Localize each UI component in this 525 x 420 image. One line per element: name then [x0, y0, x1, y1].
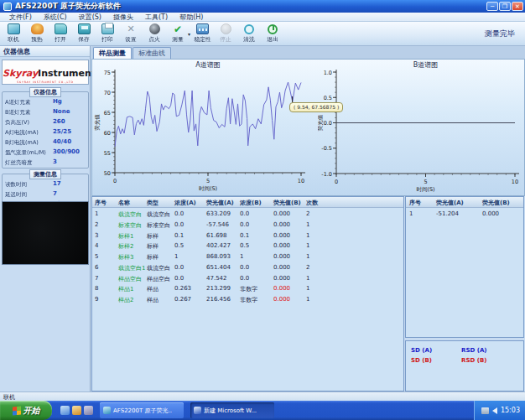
- tab-0[interactable]: 样品测量: [93, 47, 132, 59]
- column-header[interactable]: 序号: [409, 199, 421, 207]
- close-button[interactable]: ✕: [512, 2, 523, 11]
- table-cell: 0.000: [273, 264, 290, 271]
- toolbar-button-label: 保存: [78, 35, 89, 44]
- table-row[interactable]: 1载流空白载流空白0.0633.2090.00.0002: [92, 210, 403, 220]
- menu-item-5[interactable]: 帮助(H): [174, 13, 209, 22]
- toolbar-button-设置[interactable]: ✕设置: [119, 22, 143, 45]
- quick-launch-icon-2[interactable]: [72, 406, 81, 415]
- instrument-info-group: 仪器信息 A道灯元素HgB道灯元素None负高压(V)260A灯电流(mA)25…: [2, 91, 89, 169]
- table-cell: 402.427: [206, 242, 231, 249]
- task-button-label: 新建 Microsoft W...: [204, 407, 257, 415]
- column-header[interactable]: 类型: [147, 199, 159, 207]
- svg-text:60: 60: [104, 130, 111, 137]
- toolbar-button-预热[interactable]: 预热: [25, 22, 49, 45]
- table-cell: 0.000: [273, 242, 290, 249]
- menu-item-0[interactable]: 文件(F): [3, 13, 38, 22]
- svg-text:荧光值: 荧光值: [94, 114, 101, 131]
- task-button-1[interactable]: 新建 Microsoft W...: [190, 402, 274, 418]
- toolbar-button-label: 联机: [8, 35, 18, 44]
- start-button-label: 开始: [23, 405, 40, 417]
- statistics-box: SD (A) RSD (A) SD (B) RSD (B): [405, 340, 524, 391]
- quick-launch-icon-3[interactable]: [84, 406, 93, 415]
- info-value: 260: [53, 118, 65, 125]
- svg-text:-0.5: -0.5: [321, 145, 332, 152]
- toolbar-button-退出[interactable]: 退出: [261, 22, 284, 45]
- toolbar-button-打印[interactable]: 打印: [96, 22, 119, 45]
- toolbar-button-label: 预热: [31, 35, 42, 44]
- table-row[interactable]: 8样品1样品0.263213.299非数字0.0001: [92, 284, 403, 294]
- info-row: A道灯元素Hg: [3, 96, 88, 106]
- menu-item-2[interactable]: 设置(S): [73, 13, 107, 22]
- toolbar-button-label: 退出: [267, 35, 278, 44]
- info-value: 25/25: [53, 128, 71, 135]
- table-cell: 1: [306, 242, 309, 249]
- info-row: A灯电流(mA)25/25: [3, 127, 88, 137]
- stop-icon: [221, 23, 231, 34]
- brand-logo-black: Instrument: [38, 68, 96, 79]
- column-header[interactable]: 名称: [118, 199, 130, 207]
- info-row: B灯电流(mA)40/40: [3, 137, 88, 147]
- table-cell: 2: [306, 264, 309, 271]
- column-header[interactable]: 序号: [95, 199, 107, 207]
- os-taskbar: 开始 AFS2200T 原子荧光..新建 Microsoft W... 15:0…: [0, 401, 525, 420]
- table-row[interactable]: 1-51.2040.000: [406, 210, 523, 220]
- volume-icon[interactable]: [492, 407, 497, 414]
- toolbar-button-点火[interactable]: 点火: [143, 22, 166, 45]
- table-cell: 载流空白: [118, 210, 142, 219]
- column-header[interactable]: 浓度(A): [174, 199, 196, 207]
- column-header[interactable]: 荧光值(B): [273, 199, 301, 207]
- table-cell: 4: [95, 242, 98, 249]
- table-row[interactable]: 6载流空白1载流空白0.0651.4040.00.0002: [92, 263, 403, 273]
- table-cell: 标样: [147, 232, 159, 241]
- column-header[interactable]: 浓度(B): [240, 199, 262, 207]
- table-row[interactable]: 2标准空白标准空白0.0-57.5460.00.0001: [92, 220, 403, 231]
- toolbar-button-打开[interactable]: 打开: [49, 22, 72, 45]
- table-cell: 7: [95, 275, 98, 282]
- table-cell: 标样2: [118, 242, 133, 251]
- toolbar-button-稳定性[interactable]: 稳定性: [190, 22, 214, 45]
- statusbar: 联机: [0, 391, 525, 401]
- toolbar-button-保存[interactable]: 保存: [72, 22, 96, 45]
- toolbar-button-label: 打印: [101, 35, 112, 44]
- svg-text:B道谱图: B道谱图: [413, 61, 439, 69]
- chart-tooltip: ( 9.54, 67.56875 ): [289, 102, 343, 112]
- toolbar-button-联机[interactable]: 联机: [2, 22, 25, 45]
- toolbar-button-测量[interactable]: ✔测量: [166, 22, 190, 45]
- table-cell: 1: [306, 221, 309, 228]
- menu-item-1[interactable]: 系统(C): [38, 13, 73, 22]
- menu-item-4[interactable]: 工具(T): [139, 13, 174, 22]
- system-tray: 15:03: [474, 401, 525, 420]
- minimize-button[interactable]: ─: [486, 2, 498, 11]
- svg-text:5: 5: [206, 178, 210, 184]
- column-header[interactable]: 次数: [306, 199, 318, 207]
- window-title: AFS2200T 原子荧光分析软件: [15, 1, 121, 12]
- table-cell: 8: [95, 285, 98, 292]
- table-row[interactable]: 7样品空白样品空白0.047.5420.00.0001: [92, 274, 403, 284]
- table-cell: 0.0: [174, 221, 184, 228]
- table-row[interactable]: 9样品2样品0.267216.456非数字0.0001: [92, 295, 403, 305]
- column-header[interactable]: 荧光值(B): [482, 199, 510, 207]
- toolbar-button-清洗[interactable]: 清洗: [237, 22, 261, 45]
- quick-launch-icon-1[interactable]: [60, 406, 70, 415]
- table-row[interactable]: 4标样2标样0.5402.4270.50.0001: [92, 241, 403, 251]
- svg-text:0.5: 0.5: [324, 95, 332, 101]
- start-button[interactable]: 开始: [0, 401, 52, 420]
- column-header[interactable]: 荧光值(A): [436, 199, 464, 207]
- table-cell: 样品2: [118, 296, 133, 304]
- table-header-row: 序号荧光值(A)荧光值(B): [406, 197, 523, 208]
- tab-1[interactable]: 标准曲线: [133, 47, 171, 59]
- table-cell: 载流空白1: [118, 264, 145, 272]
- table-row[interactable]: 3标样1标样0.161.6980.10.0001: [92, 231, 403, 241]
- table-row[interactable]: 5标样3标样1868.09310.0001: [92, 252, 403, 262]
- table-cell: 1: [306, 296, 309, 303]
- task-buttons: AFS2200T 原子荧光..新建 Microsoft W...: [93, 402, 274, 418]
- restore-button[interactable]: ❐: [499, 2, 511, 11]
- column-header[interactable]: 荧光值(A): [206, 199, 234, 207]
- table-cell: 9: [95, 296, 98, 303]
- svg-text:65: 65: [104, 110, 111, 117]
- tray-icon[interactable]: [481, 407, 489, 414]
- table-cell: 载流空白: [147, 210, 170, 219]
- menubar: 文件(F)系统(C)设置(S)摄像头工具(T)帮助(H): [0, 13, 525, 22]
- task-button-0[interactable]: AFS2200T 原子荧光..: [100, 402, 184, 418]
- menu-item-3[interactable]: 摄像头: [107, 13, 139, 22]
